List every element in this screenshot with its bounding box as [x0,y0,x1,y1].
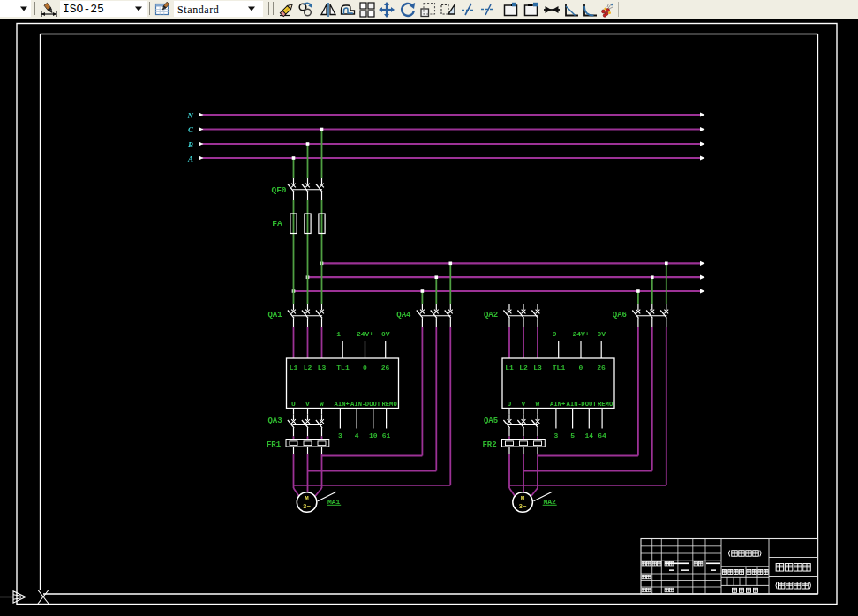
svg-text:0V: 0V [381,330,390,338]
svg-text:U: U [508,400,512,408]
svg-text:L1: L1 [290,364,298,372]
svg-text:L2: L2 [519,364,528,372]
svg-text:QF0: QF0 [271,185,286,195]
svg-text:0: 0 [363,364,367,372]
svg-text:L3: L3 [533,364,542,372]
svg-text:0V: 0V [597,330,606,338]
svg-text:64: 64 [598,432,606,439]
svg-text:QA3: QA3 [267,417,282,425]
svg-text:3~: 3~ [303,503,312,510]
svg-text:DOUT: DOUT [365,401,381,408]
svg-text:14: 14 [584,432,593,439]
svg-text:V: V [522,400,526,408]
svg-text:4: 4 [355,432,359,439]
svg-text:N: N [187,111,194,120]
svg-text:QA5: QA5 [484,417,498,425]
svg-text:26: 26 [597,364,606,372]
svg-text:3: 3 [338,432,342,439]
svg-text:5: 5 [570,432,575,439]
svg-text:M: M [305,495,309,502]
svg-text:AIN+: AIN+ [550,401,565,408]
svg-text:TL1: TL1 [336,364,350,372]
svg-text:QA4: QA4 [396,311,411,319]
svg-text:QA2: QA2 [484,311,498,319]
svg-text:A: A [187,154,193,163]
svg-text:L1: L1 [505,364,514,372]
svg-text:L2: L2 [304,364,312,372]
svg-text:B: B [187,140,193,149]
svg-text:C: C [188,125,194,134]
svg-text:FA: FA [272,219,282,229]
svg-text:26: 26 [381,364,390,372]
svg-text:3~: 3~ [519,503,528,510]
svg-text:10: 10 [369,432,378,439]
svg-text:L3: L3 [318,364,327,372]
svg-text:REMO: REMO [381,401,397,408]
svg-text:TL1: TL1 [553,364,566,372]
svg-text:9: 9 [553,330,557,338]
svg-text:0: 0 [579,364,583,372]
svg-text:DOUT: DOUT [581,401,597,408]
svg-text:AIN-: AIN- [350,401,365,408]
svg-text:M: M [521,495,525,502]
svg-text:MA1: MA1 [327,498,341,506]
svg-text:W: W [320,400,324,408]
svg-text:W: W [536,400,540,408]
svg-text:1: 1 [336,330,341,338]
svg-text:MA2: MA2 [543,498,556,506]
svg-text:REMO: REMO [598,401,613,408]
svg-text:61: 61 [382,432,391,439]
svg-text:AIN-: AIN- [567,401,582,408]
svg-text:QA1: QA1 [267,311,282,319]
svg-text:V: V [305,400,310,408]
svg-text:FR1: FR1 [267,440,282,449]
svg-text:24V+: 24V+ [357,330,373,338]
svg-text:3: 3 [553,432,558,439]
svg-text:QA6: QA6 [613,311,627,319]
svg-text:U: U [291,400,296,408]
svg-text:FR2: FR2 [482,440,496,449]
svg-text:24V+: 24V+ [572,330,589,338]
svg-text:AIN+: AIN+ [335,401,350,408]
